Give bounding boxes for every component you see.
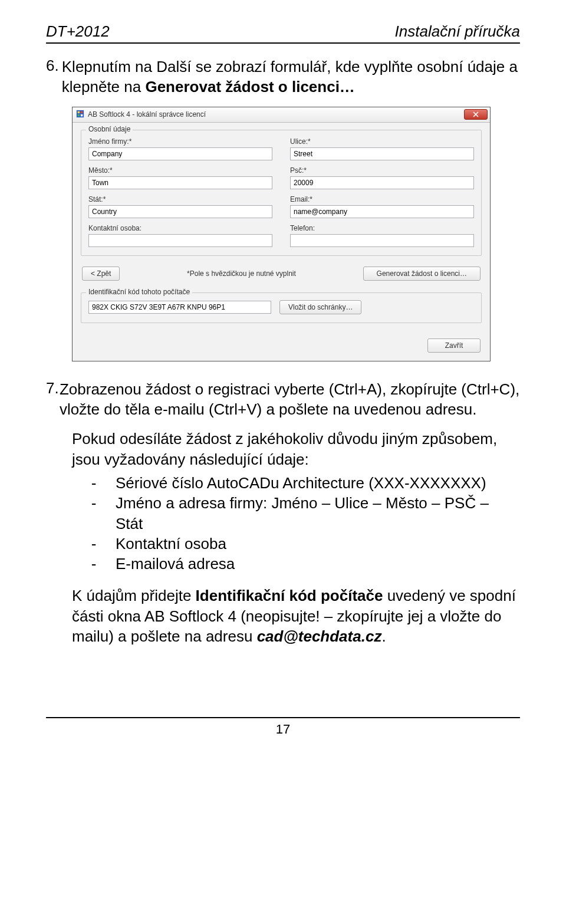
stat-label: Stát:* xyxy=(88,195,272,203)
mesto-label: Město:* xyxy=(88,166,272,175)
ulice-label: Ulice:* xyxy=(290,137,474,146)
telefon-input[interactable] xyxy=(290,234,474,247)
email-input[interactable] xyxy=(290,205,474,218)
clipboard-button[interactable]: Vložit do schránky… xyxy=(279,300,361,314)
id-legend: Identifikační kód tohoto počítače xyxy=(86,288,192,296)
ulice-input[interactable] xyxy=(290,147,474,160)
final-t1: K údajům přidejte xyxy=(72,587,196,604)
jmeno-firmy-label: Jméno firmy:* xyxy=(88,137,272,146)
step-7-text: Zobrazenou žádost o registraci vyberte (… xyxy=(60,379,520,420)
jmeno-firmy-input[interactable] xyxy=(88,147,272,160)
osobni-legend: Osobní údaje xyxy=(86,125,133,133)
final-email: cad@techdata.cz xyxy=(257,627,382,645)
step-6-text: Klepnutím na Další se zobrazí formulář, … xyxy=(62,57,520,97)
footer: 17 xyxy=(46,717,520,737)
svg-rect-3 xyxy=(78,114,80,117)
svg-rect-4 xyxy=(81,114,83,117)
step-6-bold: Generovat žádost o licenci… xyxy=(145,78,354,96)
titlebar-title: AB Softlock 4 - lokální správce licencí xyxy=(88,110,206,119)
list-item: -E-mailová adresa xyxy=(72,554,520,574)
final-bold: Identifikační kód počítače xyxy=(196,587,383,604)
id-code-input[interactable] xyxy=(88,301,271,314)
svg-rect-1 xyxy=(78,111,80,113)
psc-label: Psč:* xyxy=(290,166,474,175)
mesto-input[interactable] xyxy=(88,176,272,189)
list-item: -Sériové číslo AutoCADu Architecture (XX… xyxy=(72,473,520,493)
final-paragraph: K údajům přidejte Identifikační kód počí… xyxy=(72,586,520,646)
stat-input[interactable] xyxy=(88,205,272,218)
kontakt-input[interactable] xyxy=(88,234,272,247)
header-right: Instalační příručka xyxy=(395,22,520,41)
list-item: -Jméno a adresa firmy: Jméno – Ulice – M… xyxy=(72,493,520,534)
svg-rect-2 xyxy=(81,111,83,113)
back-button[interactable]: < Zpět xyxy=(82,267,120,281)
email-label: Email:* xyxy=(290,195,474,203)
step-7-number: 7. xyxy=(46,379,60,420)
dialog-screenshot: AB Softlock 4 - lokální správce licencí … xyxy=(72,107,491,361)
psc-input[interactable] xyxy=(290,176,474,189)
requirements-paragraph: Pokud odesíláte žádost z jakéhokoliv dův… xyxy=(72,429,520,574)
close-icon[interactable] xyxy=(464,109,488,120)
header-left: DT+2012 xyxy=(46,22,110,41)
close-button[interactable]: Zavřít xyxy=(427,338,481,353)
footer-rule xyxy=(46,717,520,718)
step-6: 6. Klepnutím na Další se zobrazí formulá… xyxy=(46,57,520,97)
kontakt-label: Kontaktní osoba: xyxy=(88,224,272,232)
step-6-number: 6. xyxy=(46,57,62,97)
dialog-window: AB Softlock 4 - lokální správce licencí … xyxy=(72,107,491,361)
list-item-text: E-mailová adresa xyxy=(116,554,235,574)
telefon-label: Telefon: xyxy=(290,224,474,232)
titlebar: AB Softlock 4 - lokální správce licencí xyxy=(73,107,490,123)
page-number: 17 xyxy=(46,722,520,737)
generate-button[interactable]: Generovat žádost o licenci… xyxy=(363,267,481,281)
requirements-lead: Pokud odesíláte žádost z jakéhokoliv dův… xyxy=(72,430,497,468)
app-icon xyxy=(76,110,84,120)
required-note: *Pole s hvězdičkou je nutné vyplnit xyxy=(187,269,296,278)
step-7: 7. Zobrazenou žádost o registraci vybert… xyxy=(46,379,520,420)
list-item-text: Kontaktní osoba xyxy=(116,534,226,554)
final-t3: . xyxy=(381,627,386,645)
list-item-text: Jméno a adresa firmy: Jméno – Ulice – Mě… xyxy=(116,493,520,534)
list-item: -Kontaktní osoba xyxy=(72,534,520,554)
list-item-text: Sériové číslo AutoCADu Architecture (XXX… xyxy=(116,473,486,493)
